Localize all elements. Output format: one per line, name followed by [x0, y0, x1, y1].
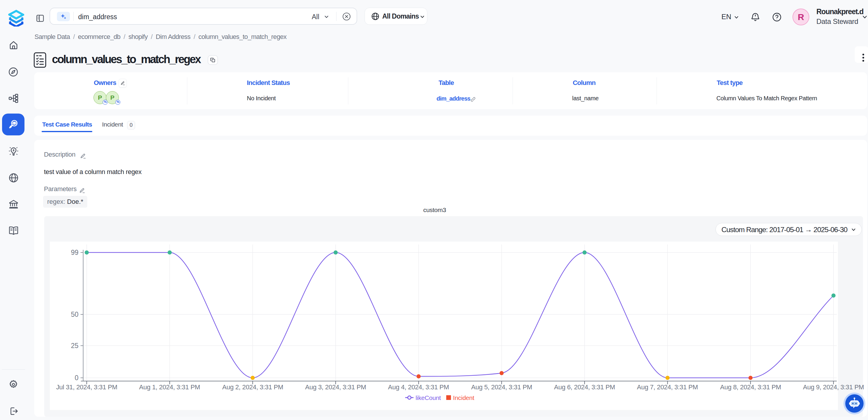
svg-text:Incident: Incident	[453, 394, 474, 401]
svg-text:Aug 1, 2024, 3:31 PM: Aug 1, 2024, 3:31 PM	[139, 384, 200, 391]
svg-text:Aug 5, 2024, 3:31 PM: Aug 5, 2024, 3:31 PM	[471, 384, 532, 391]
svg-text:Aug 4, 2024, 3:31 PM: Aug 4, 2024, 3:31 PM	[388, 384, 449, 391]
svg-text:Aug 2, 2024, 3:31 PM: Aug 2, 2024, 3:31 PM	[222, 384, 283, 391]
svg-text:99: 99	[71, 249, 79, 256]
svg-text:Aug 9, 2024, 3:31 PM: Aug 9, 2024, 3:31 PM	[803, 384, 864, 391]
svg-text:likeCount: likeCount	[415, 394, 441, 401]
svg-text:Jul 31, 2024, 3:31 PM: Jul 31, 2024, 3:31 PM	[56, 384, 117, 391]
svg-text:Aug 7, 2024, 3:31 PM: Aug 7, 2024, 3:31 PM	[637, 384, 698, 391]
svg-text:Aug 6, 2024, 3:31 PM: Aug 6, 2024, 3:31 PM	[554, 384, 615, 391]
svg-text:0: 0	[74, 374, 79, 382]
svg-text:25: 25	[71, 342, 79, 350]
svg-text:Aug 8, 2024, 3:31 PM: Aug 8, 2024, 3:31 PM	[720, 384, 781, 391]
svg-text:50: 50	[71, 310, 79, 318]
svg-text:Aug 3, 2024, 3:31 PM: Aug 3, 2024, 3:31 PM	[305, 384, 366, 391]
